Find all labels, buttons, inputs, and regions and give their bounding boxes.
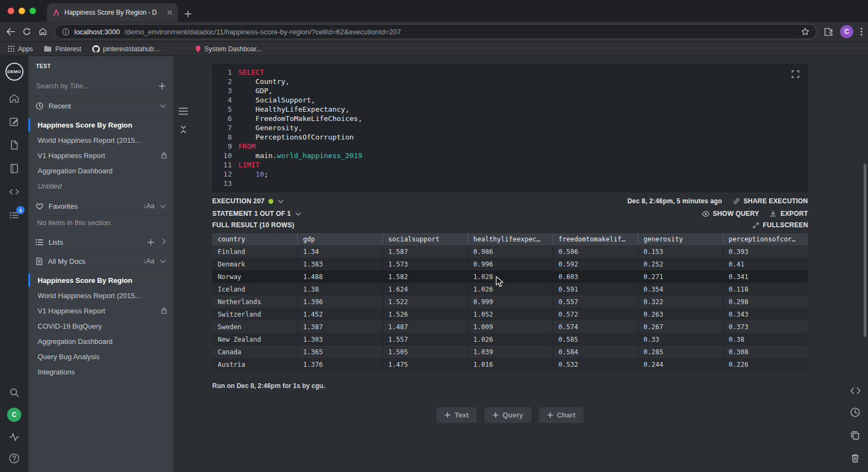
table-cell: 1.387 <box>297 320 382 333</box>
table-cell: 0.226 <box>723 358 808 371</box>
table-row[interactable]: New Zealand1.3031.5571.0260.5850.330.38 <box>212 333 808 346</box>
column-header[interactable]: perceptionsofcor… <box>723 233 808 245</box>
sidebar-doc-item[interactable]: World Happiness Report (2015... <box>28 288 173 303</box>
home-icon[interactable] <box>38 27 47 36</box>
bookmark-apps[interactable]: Apps <box>8 45 33 53</box>
contents-panel-toggle-icon[interactable] <box>178 107 188 116</box>
add-chart-button[interactable]: Chart <box>539 407 584 423</box>
compose-nav-icon[interactable] <box>8 116 20 128</box>
line-number: 4 <box>212 95 238 105</box>
activity-nav-icon[interactable] <box>8 431 20 443</box>
line-number: 12 <box>212 170 238 179</box>
table-row[interactable]: Switzerland1.4521.5261.0520.5720.2630.34… <box>212 308 808 320</box>
sidebar-doc-item[interactable]: World Happiness Report (2015... <box>28 132 173 148</box>
table-row[interactable]: Norway1.4881.5821.0280.6030.2710.341 <box>212 270 808 283</box>
url-path: /demo_environment/datadoc/11/happiness-s… <box>124 28 797 36</box>
sidebar-doc-item[interactable]: Happiness Score By Region <box>28 273 173 288</box>
page-info-icon[interactable] <box>62 28 70 36</box>
new-tab-button[interactable] <box>184 10 191 17</box>
copy-icon[interactable] <box>849 429 861 441</box>
table-cell: 1.557 <box>382 333 468 346</box>
env-test-tab[interactable]: TEST <box>36 63 51 69</box>
export-button[interactable]: EXPORT <box>769 210 808 217</box>
column-header[interactable]: socialsupport <box>382 233 468 245</box>
bookmark-star-icon[interactable] <box>801 27 810 36</box>
sidebar-doc-item[interactable]: Untitled <box>28 178 173 193</box>
table-row[interactable]: Iceland1.381.6241.0260.5910.3540.118 <box>212 283 808 295</box>
column-header[interactable]: freedomtomakelif… <box>553 233 638 245</box>
sidebar-doc-item[interactable]: Aggregation Dashboard <box>28 163 173 178</box>
browser-menu-icon[interactable] <box>860 27 863 36</box>
column-header[interactable]: country <box>212 233 297 245</box>
add-list-plus-icon[interactable] <box>147 239 154 246</box>
table-row[interactable]: Netherlands1.3961.5220.9990.5570.3220.29… <box>212 295 808 308</box>
collapse-cells-icon[interactable] <box>178 125 188 134</box>
bookmark-system-dashboard[interactable]: System Dashboar... <box>195 45 262 53</box>
new-datadoc-plus-icon[interactable] <box>158 82 166 90</box>
sidebar-doc-item[interactable]: V1 Happiness Report <box>28 148 173 163</box>
add-text-button[interactable]: Text <box>436 407 477 423</box>
sort-control[interactable]: ↓Aa <box>143 202 154 210</box>
section-lists[interactable]: Lists <box>28 233 173 252</box>
code-view-icon[interactable] <box>850 386 861 395</box>
search-input[interactable] <box>36 82 154 90</box>
tables-book-nav-icon[interactable] <box>8 162 20 174</box>
bookmark-label: pinterest/datahub:... <box>103 45 161 53</box>
editor-fullscreen-icon[interactable] <box>791 70 800 78</box>
mouse-cursor <box>495 276 505 289</box>
table-row[interactable]: Denmark1.3831.5730.9960.5920.2520.41 <box>212 258 808 270</box>
browser-profile-avatar[interactable]: C <box>840 25 853 38</box>
execution-dropdown[interactable]: EXECUTION 207 <box>212 197 284 205</box>
browser-tab[interactable]: Happiness Score By Region - D <box>47 3 178 22</box>
home-nav-icon[interactable] <box>8 92 20 104</box>
sort-control[interactable]: ↓Aa <box>143 257 154 265</box>
bookmark-label: System Dashboar... <box>205 45 262 53</box>
extensions-icon[interactable] <box>824 27 833 37</box>
scrollbar[interactable] <box>864 164 866 337</box>
zoom-window-button[interactable] <box>29 8 36 14</box>
sql-editor[interactable]: 1SELECT2 Country,3 GDP,4 SocialSupport,5… <box>212 64 808 192</box>
sidebar-doc-item[interactable]: COVID-19 BigQuery <box>28 318 173 334</box>
sidebar-doc-item[interactable]: V1 Happiness Report <box>28 303 173 318</box>
fullscreen-button[interactable]: FULLSCREEN <box>752 221 808 229</box>
statement-dropdown[interactable]: STATEMENT 1 OUT OF 1 <box>212 210 302 217</box>
table-row[interactable]: Canada1.3651.5051.0390.5840.2850.308 <box>212 346 808 358</box>
history-clock-icon[interactable] <box>849 407 861 418</box>
table-cell: 1.028 <box>468 270 553 283</box>
close-window-button[interactable] <box>8 8 14 14</box>
address-bar[interactable]: localhost:3000 /demo_environment/datadoc… <box>55 24 817 39</box>
sidebar-doc-item[interactable]: Happiness Score By Region <box>28 117 173 132</box>
snippets-code-nav-icon[interactable] <box>8 186 20 198</box>
share-execution-button[interactable]: SHARE EXECUTION <box>733 197 808 205</box>
section-favorites[interactable]: Favorites ↓Aa <box>28 197 173 216</box>
delete-trash-icon[interactable] <box>849 452 861 464</box>
code-line: 11LIMIT <box>212 160 808 170</box>
lists-nav-icon[interactable]: 1 <box>8 209 20 221</box>
show-query-button[interactable]: SHOW QUERY <box>702 210 759 217</box>
tab-close-icon[interactable] <box>167 10 172 15</box>
table-row[interactable]: Sweden1.3871.4871.0090.5740.2670.373 <box>212 320 808 333</box>
minimize-window-button[interactable] <box>19 8 25 14</box>
section-recent[interactable]: Recent <box>28 96 173 116</box>
user-avatar[interactable]: C <box>7 408 21 422</box>
bookmark-pinterest-folder[interactable]: Pinterest <box>44 45 81 53</box>
add-query-button[interactable]: Query <box>484 407 531 423</box>
sidebar-doc-item[interactable]: Query Bug Analysis <box>28 349 173 364</box>
sidebar-doc-item[interactable]: Integrations <box>28 364 173 379</box>
search-nav-icon[interactable] <box>8 386 20 398</box>
table-cell: 1.009 <box>468 320 553 333</box>
help-icon[interactable] <box>8 452 20 464</box>
env-demo-badge[interactable]: DEMO <box>5 63 23 81</box>
datadocs-nav-icon[interactable] <box>8 139 20 151</box>
bookmark-github[interactable]: pinterest/datahub:... <box>92 45 161 53</box>
column-header[interactable]: generosity <box>638 233 723 245</box>
table-row[interactable]: Austria1.3761.4751.0160.5320.2440.226 <box>212 358 808 371</box>
table-row[interactable]: Finland1.341.5870.9860.5960.1530.393 <box>212 245 808 258</box>
code-line: 2 Country, <box>212 77 808 86</box>
sidebar-doc-item[interactable]: Aggregation Dashboard <box>28 334 173 349</box>
back-icon[interactable] <box>5 27 15 36</box>
section-all-my-docs[interactable]: All My Docs ↓Aa <box>28 252 173 271</box>
column-header[interactable]: healthylifeexpec… <box>468 233 553 245</box>
column-header[interactable]: gdp <box>297 233 382 245</box>
refresh-icon[interactable] <box>22 27 31 36</box>
